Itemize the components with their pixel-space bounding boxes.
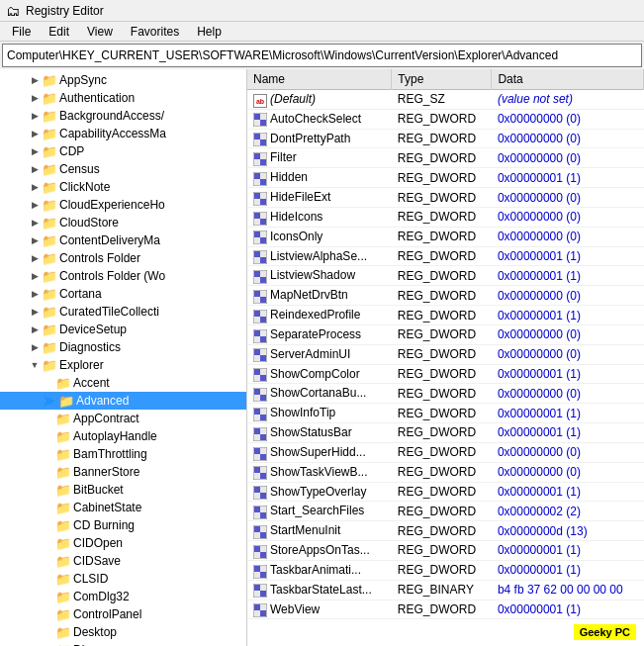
registry-row[interactable]: ShowInfoTipREG_DWORD0x00000001 (1) (247, 404, 644, 423)
tree-item[interactable]: ▶📁Authentication (0, 89, 246, 107)
registry-row[interactable]: ListviewShadowREG_DWORD0x00000001 (1) (247, 266, 644, 286)
tree-item[interactable]: ▼📁Explorer (0, 356, 246, 374)
reg-dword-icon (253, 113, 267, 127)
tree-item[interactable]: 📁Discove... (0, 641, 246, 646)
tree-item-label: CapabilityAccessMa (59, 127, 166, 140)
expand-icon[interactable]: ▶ (28, 235, 42, 245)
registry-row[interactable]: SeparateProcessREG_DWORD0x00000000 (0) (247, 324, 644, 344)
registry-row[interactable]: DontPrettyPathREG_DWORD0x00000000 (0) (247, 129, 644, 148)
expand-icon[interactable]: ▶ (28, 271, 42, 281)
col-data[interactable]: Data (492, 69, 644, 90)
tree-item[interactable]: ▶📁CDP (0, 142, 246, 160)
expand-icon[interactable]: ▶ (28, 164, 42, 174)
tree-item[interactable]: ➤📁Advanced (0, 392, 246, 410)
address-bar[interactable]: Computer\HKEY_CURRENT_USER\SOFTWARE\Micr… (2, 44, 642, 67)
expand-icon[interactable]: ▶ (28, 111, 42, 121)
tree-item[interactable]: ▶📁Census (0, 160, 246, 178)
expand-icon[interactable]: ▶ (28, 75, 42, 85)
registry-row[interactable]: StartMenuInitREG_DWORD0x0000000d (13) (247, 521, 644, 541)
tree-item[interactable]: ▶📁AppSync (0, 71, 246, 89)
expand-icon[interactable]: ▶ (28, 253, 42, 263)
registry-row[interactable]: HideFileExtREG_DWORD0x00000000 (0) (247, 188, 644, 208)
registry-row[interactable]: Start_SearchFilesREG_DWORD0x00000002 (2) (247, 502, 644, 521)
tree-pane[interactable]: ▶📁AppSync▶📁Authentication▶📁BackgroundAcc… (0, 69, 247, 646)
reg-dword-icon (253, 544, 267, 558)
registry-row[interactable]: ab(Default)REG_SZ(value not set) (247, 90, 644, 110)
expand-icon[interactable]: ▶ (28, 146, 42, 156)
registry-name: ShowSuperHidd... (247, 442, 392, 462)
menu-item-favorites[interactable]: Favorites (123, 23, 187, 41)
registry-data: 0x00000000 (0) (492, 129, 644, 148)
tree-item[interactable]: 📁Desktop (0, 623, 246, 641)
expand-icon[interactable]: ▶ (28, 289, 42, 299)
registry-row[interactable]: HiddenREG_DWORD0x00000001 (1) (247, 168, 644, 188)
registry-row[interactable]: TaskbarAnimati...REG_DWORD0x00000001 (1) (247, 560, 644, 580)
menu-item-view[interactable]: View (79, 23, 121, 41)
registry-row[interactable]: StoreAppsOnTas...REG_DWORD0x00000001 (1) (247, 541, 644, 561)
col-name[interactable]: Name (247, 69, 392, 90)
expand-icon[interactable]: ▶ (28, 129, 42, 138)
registry-name-text: HideIcons (270, 210, 322, 224)
svg-rect-25 (254, 271, 260, 277)
app-title: Registry Editor (26, 4, 104, 18)
tree-item[interactable]: 📁ControlPanel (0, 605, 246, 623)
expand-icon[interactable]: ▶ (28, 218, 42, 228)
registry-name: ShowTypeOverlay (247, 482, 392, 502)
registry-data: 0x00000001 (1) (492, 306, 644, 325)
registry-row[interactable]: ListviewAlphaSe...REG_DWORD0x00000001 (1… (247, 246, 644, 266)
expand-icon[interactable]: ▶ (28, 182, 42, 192)
tree-item[interactable]: ▶📁CloudExperienceHo (0, 196, 246, 214)
expand-icon[interactable]: ▶ (28, 200, 42, 210)
tree-item[interactable]: 📁CIDOpen (0, 534, 246, 552)
registry-row[interactable]: ShowCompColorREG_DWORD0x00000001 (1) (247, 364, 644, 384)
tree-item[interactable]: 📁AppContract (0, 410, 246, 427)
tree-item[interactable]: 📁CIDSave (0, 552, 246, 570)
tree-item[interactable]: ▶📁BackgroundAccess/ (0, 107, 246, 125)
tree-item[interactable]: ▶📁Cortana (0, 285, 246, 303)
tree-item[interactable]: ▶📁CapabilityAccessMa (0, 125, 246, 142)
menu-item-edit[interactable]: Edit (41, 23, 77, 41)
tree-item[interactable]: 📁BitBucket (0, 481, 246, 499)
tree-item[interactable]: 📁CD Burning (0, 516, 246, 534)
tree-item[interactable]: ▶📁Controls Folder (0, 249, 246, 267)
registry-row[interactable]: IconsOnlyREG_DWORD0x00000000 (0) (247, 227, 644, 246)
expand-icon[interactable]: ▶ (28, 93, 42, 103)
tree-item[interactable]: 📁BannerStore (0, 463, 246, 481)
expand-icon[interactable]: ▼ (28, 360, 42, 370)
registry-row[interactable]: ShowTypeOverlayREG_DWORD0x00000001 (1) (247, 482, 644, 502)
registry-pane[interactable]: Name Type Data ab(Default)REG_SZ(value n… (247, 69, 644, 646)
tree-item[interactable]: ▶📁CuratedTileCollecti (0, 303, 246, 321)
tree-item[interactable]: 📁ComDlg32 (0, 588, 246, 605)
tree-item[interactable]: ▶📁ContentDeliveryMa (0, 231, 246, 249)
expand-icon[interactable]: ▶ (28, 342, 42, 352)
tree-item[interactable]: ▶📁ClickNote (0, 178, 246, 196)
svg-rect-59 (260, 493, 266, 499)
registry-row[interactable]: ShowSuperHidd...REG_DWORD0x00000000 (0) (247, 442, 644, 462)
registry-row[interactable]: MapNetDrvBtnREG_DWORD0x00000000 (0) (247, 286, 644, 306)
tree-item[interactable]: ▶📁Controls Folder (Wo (0, 267, 246, 285)
tree-item[interactable]: 📁Accent (0, 374, 246, 392)
registry-row[interactable]: WebViewREG_DWORD0x00000001 (1) (247, 600, 644, 619)
registry-row[interactable]: FilterREG_DWORD0x00000000 (0) (247, 148, 644, 168)
tree-item[interactable]: 📁CLSID (0, 570, 246, 588)
menu-item-help[interactable]: Help (189, 23, 230, 41)
registry-row[interactable]: ReindexedProfileREG_DWORD0x00000001 (1) (247, 306, 644, 325)
registry-row[interactable]: TaskbarStateLast...REG_BINARYb4 fb 37 62… (247, 580, 644, 600)
registry-row[interactable]: ShowStatusBarREG_DWORD0x00000001 (1) (247, 423, 644, 443)
tree-item[interactable]: 📁BamThrottling (0, 445, 246, 463)
menu-item-file[interactable]: File (4, 23, 39, 41)
registry-row[interactable]: AutoCheckSelectREG_DWORD0x00000000 (0) (247, 109, 644, 129)
col-type[interactable]: Type (392, 69, 492, 90)
folder-icon: 📁 (55, 376, 71, 391)
registry-row[interactable]: ShowTaskViewB...REG_DWORD0x00000000 (0) (247, 462, 644, 482)
registry-row[interactable]: ServerAdminUIREG_DWORD0x00000000 (0) (247, 344, 644, 364)
tree-item[interactable]: ▶📁DeviceSetup (0, 321, 246, 338)
registry-row[interactable]: ShowCortanaBu...REG_DWORD0x00000000 (0) (247, 384, 644, 404)
registry-row[interactable]: HideIconsREG_DWORD0x00000000 (0) (247, 207, 644, 227)
expand-icon[interactable]: ▶ (28, 324, 42, 334)
tree-item[interactable]: ▶📁Diagnostics (0, 338, 246, 356)
tree-item[interactable]: ▶📁CloudStore (0, 214, 246, 231)
tree-item[interactable]: 📁AutoplayHandle (0, 427, 246, 445)
tree-item[interactable]: 📁CabinetState (0, 499, 246, 516)
expand-icon[interactable]: ▶ (28, 307, 42, 317)
